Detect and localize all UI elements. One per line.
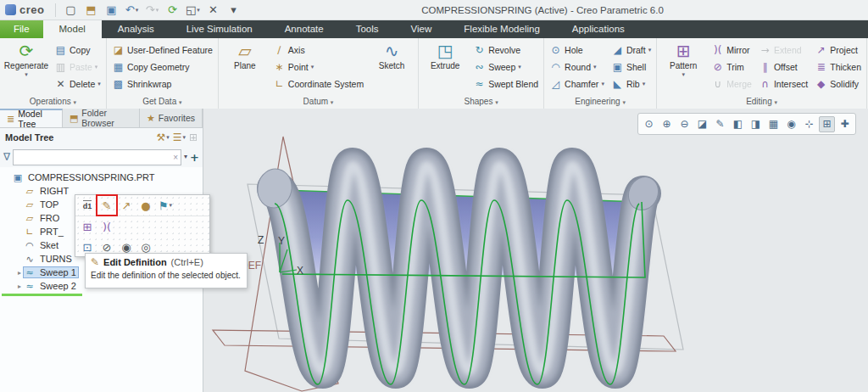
ribbon-button-coordinate-system[interactable]: ∟Coordinate System (270, 76, 366, 92)
ribbon-button-shrinkwrap[interactable]: ▩Shrinkwrap (109, 76, 215, 92)
gfx-saved-view-back-button[interactable]: ◨ (748, 116, 764, 132)
gfx-repaint-button[interactable]: ✎ (712, 116, 728, 132)
tree-settings-button[interactable]: ☰▾ (173, 132, 186, 143)
tab-annotate[interactable]: Annotate (269, 20, 340, 38)
tab-tools[interactable]: Tools (340, 20, 395, 38)
insert-indicator-line[interactable] (2, 294, 82, 296)
context-mini-toolbar: d1✎↗●⚑▾⊞)(⊡⊘◉◎ (75, 194, 210, 257)
button-label: Extend (774, 45, 802, 55)
datum-point-icon: ∗ (273, 62, 286, 72)
panel-tab-folder-browser[interactable]: ⬒Folder Browser (63, 109, 140, 127)
expand-arrow-icon[interactable]: ▸ (15, 283, 24, 290)
ribbon-button-rib[interactable]: ◣Rib▾ (609, 76, 654, 92)
tab-file[interactable]: File (0, 20, 43, 38)
expand-arrow-icon[interactable]: ▸ (15, 269, 24, 277)
ribbon-button-offset[interactable]: ∥Offset (756, 59, 810, 76)
gfx-datum-display-filters-button[interactable]: ⊹ (801, 116, 817, 132)
ribbon-button-copy[interactable]: ▤Copy (52, 42, 103, 59)
filter-dropdown-icon[interactable]: ▾ (184, 154, 187, 160)
tab-model[interactable]: Model (43, 20, 102, 38)
ribbon-button-regenerate[interactable]: ⟳Regenerate▾ (3, 40, 50, 96)
gfx-display-style-button[interactable]: ◉ (783, 116, 799, 132)
ribbon-button-draft[interactable]: ◢Draft▾ (609, 42, 654, 59)
tab-flexible-modeling[interactable]: Flexible Modeling (448, 20, 556, 38)
edit-definition-button[interactable]: ✎ (98, 197, 115, 214)
filter-add-icon[interactable]: + (190, 152, 199, 163)
tree-tools-button[interactable]: ⚒▾ (156, 132, 169, 143)
tree-item-label: RIGHT (38, 186, 70, 196)
ribbon-button-user-defined-feature[interactable]: ◪User-Defined Feature (109, 42, 215, 59)
gfx-saved-view-front-button[interactable]: ◧ (730, 116, 746, 132)
pattern-button[interactable]: ⊞ (79, 218, 96, 235)
filter-clear-icon[interactable]: × (170, 153, 181, 162)
folder-browser-icon: ⬒ (70, 114, 78, 123)
tab-live-simulation[interactable]: Live Simulation (170, 20, 269, 38)
intersect-icon: ∩ (759, 79, 771, 89)
gfx-refit-button[interactable]: ◪ (694, 116, 710, 132)
ribbon-button-pattern[interactable]: ⊞Pattern▾ (659, 40, 707, 96)
ribbon-button-axis[interactable]: ∕Axis (270, 42, 366, 59)
appearance-button[interactable]: ● (137, 197, 154, 214)
ribbon-button-copy-geometry[interactable]: ▦Copy Geometry (109, 59, 215, 76)
edit-references-button[interactable]: ↗ (118, 197, 135, 214)
qat-save-button[interactable]: ▣ (101, 2, 121, 19)
ribbon-button-extrude[interactable]: ◳Extrude (421, 40, 469, 96)
tree-item-compressionspring-prt[interactable]: ▣COMPRESSIONSPRING.PRT (0, 171, 203, 184)
shell-icon: ▣ (611, 62, 624, 72)
gfx-capture-image-button[interactable]: ▦ (765, 116, 782, 132)
qat-customize-toolbar-button[interactable]: ▾ (223, 2, 243, 19)
model-tree-header: Model Tree ⚒▾☰▾⊞ (0, 128, 203, 147)
ribbon-button-round[interactable]: ◠Round▾ (547, 59, 607, 76)
qat-close-window-button[interactable]: ✕ (203, 2, 223, 19)
graphics-viewport[interactable]: Z Y X DEF ⊙⊕⊖◪✎◧◨▦◉⊹⊞✚ (203, 109, 868, 392)
ribbon-button-swept-blend[interactable]: ≈Swept Blend (470, 76, 541, 92)
gfx-spin-center-button[interactable]: ✚ (837, 116, 853, 132)
ribbon-group-label[interactable]: Engineering ▾ (547, 96, 654, 109)
ribbon-button-sweep[interactable]: ∾Sweep▾ (470, 59, 541, 76)
qat-new-file-button[interactable]: ▢ (60, 2, 81, 19)
ribbon-button-project[interactable]: ↗Project (812, 42, 864, 59)
tab-applications[interactable]: Applications (556, 20, 641, 38)
tab-view[interactable]: View (395, 20, 448, 38)
ribbon-button-delete[interactable]: ✕Delete▾ (52, 76, 103, 92)
ribbon-group-label[interactable]: Shapes ▾ (421, 96, 541, 109)
ribbon-button-mirror[interactable]: )(Mirror (709, 42, 754, 59)
qat-window-switch-button[interactable]: ◱▾ (182, 2, 203, 19)
filter-input[interactable] (14, 153, 170, 162)
gfx-zoom-in-button[interactable]: ⊕ (659, 116, 675, 132)
mirror-button[interactable]: )( (98, 218, 115, 235)
ribbon-button-solidify[interactable]: ◆Solidify (812, 76, 864, 92)
button-label: Point (288, 62, 309, 72)
paste-icon: ▥ (54, 62, 67, 72)
gfx-zoom-region-button[interactable]: ⊙ (641, 116, 657, 132)
gfx-annotation-display-button[interactable]: ⊞ (819, 116, 835, 132)
ribbon-group-label[interactable]: Editing ▾ (659, 96, 864, 109)
ribbon-button-trim[interactable]: ⊘Trim (709, 59, 754, 76)
ribbon-button-revolve[interactable]: ↻Revolve (470, 42, 541, 59)
panel-tab-model-tree[interactable]: ≣Model Tree (0, 109, 63, 127)
qat-undo-button[interactable]: ↶▾ (121, 2, 142, 19)
gfx-zoom-out-button[interactable]: ⊖ (676, 116, 693, 132)
button-label: Solidify (830, 79, 859, 89)
qat-regenerate-quick-button[interactable]: ⟳ (162, 2, 182, 19)
ribbon-button-hole[interactable]: ⊙Hole (547, 42, 607, 59)
dropdown-arrow-icon: ▾ (182, 134, 186, 141)
model-tree-icon: ≣ (7, 115, 14, 124)
ribbon-button-plane[interactable]: ▱Plane (221, 40, 269, 96)
model-canvas[interactable] (203, 109, 868, 392)
ribbon-button-shell[interactable]: ▣Shell (609, 59, 654, 76)
ribbon-group-label[interactable]: Get Data ▾ (109, 96, 215, 109)
feature-options-button[interactable]: ⚑▾ (157, 197, 174, 214)
ribbon-button-thicken[interactable]: ≣Thicken (812, 59, 864, 76)
panel-tab-favorites[interactable]: ★Favorites (140, 109, 203, 127)
ribbon-group-label[interactable]: Datum ▾ (221, 96, 415, 109)
edit-dimensions-button[interactable]: d1 (79, 197, 96, 214)
qat-open-file-button[interactable]: ⬒ (81, 2, 101, 19)
tree-item-label: Sket (38, 240, 60, 250)
ribbon-button-sketch[interactable]: ∿Sketch (368, 40, 415, 96)
ribbon-group-label[interactable]: Operations ▾ (3, 96, 103, 109)
ribbon-button-chamfer[interactable]: ◿Chamfer▾ (547, 76, 607, 92)
ribbon-button-intersect[interactable]: ∩Intersect (756, 76, 810, 92)
tab-analysis[interactable]: Analysis (102, 20, 170, 38)
ribbon-button-point[interactable]: ∗Point▾ (270, 59, 366, 76)
